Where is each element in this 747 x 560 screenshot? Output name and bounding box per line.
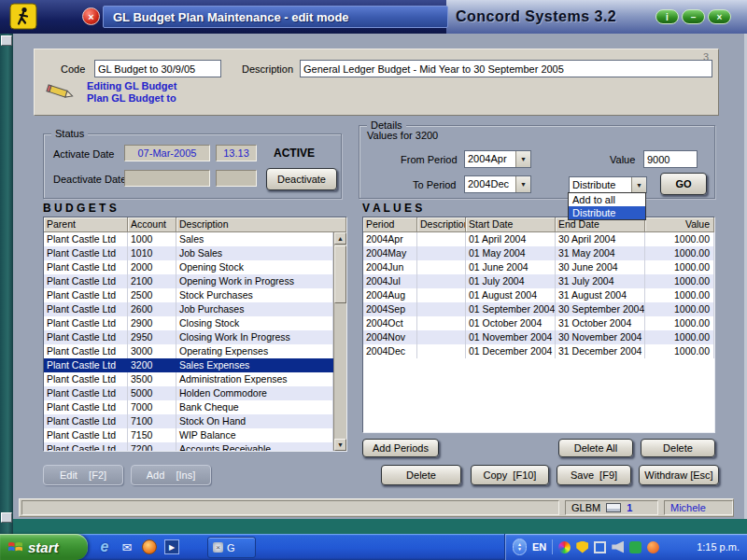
budget-row[interactable]: Plant Castle Ltd7150WIP Balance [44, 428, 333, 442]
quicklaunch-ie-icon[interactable]: e [95, 538, 114, 556]
start-button[interactable]: start [0, 534, 88, 560]
budget-row[interactable]: Plant Castle Ltd7100Stock On Hand [44, 414, 333, 428]
edit-pencil-icon [46, 79, 79, 109]
cell: 01 December 2004 [466, 344, 556, 358]
add-button[interactable]: Add [Ins] [131, 465, 211, 485]
delete-button[interactable]: Delete [381, 465, 461, 485]
budgets-scrollbar[interactable]: ▲ ▼ [333, 232, 346, 451]
budget-row[interactable]: Plant Castle Ltd7000Bank Cheque [44, 400, 333, 414]
cell [417, 232, 466, 246]
strip-button-bottom[interactable] [1, 512, 12, 523]
column-header[interactable]: Start Date [466, 217, 556, 232]
cell: 2100 [128, 274, 176, 288]
column-header[interactable]: Parent [44, 217, 128, 232]
values-header-row: PeriodDescriptionStart DateEnd DateValue [363, 217, 714, 232]
delete-periods-button[interactable]: Delete [641, 439, 715, 457]
values-row[interactable]: 2004Dec01 December 200431 December 20041… [363, 344, 714, 358]
close-form-button[interactable]: × [82, 7, 100, 25]
column-header[interactable]: Description [417, 217, 466, 232]
language-indicator[interactable]: EN [532, 541, 546, 553]
budget-row[interactable]: Plant Castle Ltd7200Accounts Receivable [44, 442, 333, 451]
dropdown-option-add-to-all[interactable]: Add to all [569, 193, 645, 206]
code-input[interactable] [94, 60, 221, 77]
values-row[interactable]: 2004Aug01 August 200431 August 20041000.… [363, 288, 714, 302]
strip-button-top[interactable] [1, 35, 12, 46]
values-row[interactable]: 2004Nov01 November 200430 November 20041… [363, 330, 714, 344]
dropdown-arrow-icon[interactable]: ▼ [631, 177, 646, 192]
column-header[interactable]: Value [645, 217, 714, 232]
cell: 01 September 2004 [466, 302, 556, 316]
cell: Plant Castle Ltd [44, 372, 128, 386]
dropdown-arrow-icon[interactable]: ▼ [515, 176, 530, 192]
budget-row[interactable]: Plant Castle Ltd3200Sales Expenses [44, 358, 333, 372]
budget-row[interactable]: Plant Castle Ltd2950Closing Work In Prog… [44, 330, 333, 344]
budget-row[interactable]: Plant Castle Ltd3000Operating Expenses [44, 344, 333, 358]
minimize-button[interactable]: – [682, 9, 705, 24]
to-period-select[interactable]: 2004Dec ▼ [464, 175, 531, 193]
delete-all-button[interactable]: Delete All [558, 439, 633, 457]
quicklaunch-player-icon[interactable]: ▶ [162, 538, 181, 556]
tray-swirl-icon[interactable] [558, 541, 571, 553]
value-input[interactable] [643, 150, 698, 168]
tray-network-icon[interactable] [629, 541, 641, 553]
tray-chevron-button[interactable]: ▲▼ [513, 539, 527, 555]
description-input[interactable] [300, 60, 712, 77]
distribute-action-select[interactable]: Distribute ▼ [569, 176, 647, 193]
distribute-dropdown-list: Add to all Distribute [568, 192, 646, 220]
cell: Plant Castle Ltd [44, 330, 128, 344]
values-row[interactable]: 2004Sep01 September 200430 September 200… [363, 302, 714, 316]
save-button[interactable]: Save [F9] [557, 465, 631, 485]
budget-row[interactable]: Plant Castle Ltd2100Opening Work in Prog… [44, 274, 333, 288]
column-header[interactable]: Period [363, 217, 417, 232]
scroll-up-button[interactable]: ▲ [334, 232, 346, 245]
values-row[interactable]: 2004Jun01 June 200430 June 20041000.00 [363, 260, 714, 274]
quicklaunch-mail-icon[interactable]: ✉ [118, 538, 136, 556]
budget-row[interactable]: Plant Castle Ltd1000Sales [44, 232, 333, 246]
taskbar-window-button[interactable]: × G [207, 537, 256, 558]
column-header[interactable]: Account [128, 217, 176, 232]
budget-row[interactable]: Plant Castle Ltd3500Administration Expen… [44, 372, 333, 386]
go-button[interactable]: GO [660, 173, 707, 195]
cell: 2500 [128, 288, 176, 302]
cell: 1000.00 [645, 316, 714, 330]
column-header[interactable]: Description [176, 217, 346, 232]
value-label: Value [610, 154, 635, 165]
budget-row[interactable]: Plant Castle Ltd1010Job Sales [44, 246, 333, 260]
deactivate-button[interactable]: Deactivate [266, 168, 337, 190]
info-button[interactable]: i [655, 9, 679, 24]
add-periods-button[interactable]: Add Periods [362, 439, 439, 457]
cell: 2004Apr [363, 232, 417, 246]
values-row[interactable]: 2004Oct01 October 200431 October 2004100… [363, 316, 714, 330]
tray-messenger-icon[interactable] [647, 541, 659, 553]
titlebar: Concord Systems 3.2 × GL Budget Plan Mai… [0, 0, 747, 34]
cell: Stock On Hand [176, 414, 333, 428]
close-app-button[interactable]: × [708, 9, 731, 24]
budget-row[interactable]: Plant Castle Ltd5000Holden Commodore [44, 386, 333, 400]
quicklaunch-media-icon[interactable] [140, 538, 159, 556]
cell [417, 246, 466, 260]
scroll-down-button[interactable]: ▼ [334, 439, 346, 451]
dropdown-arrow-icon[interactable]: ▼ [515, 151, 530, 167]
cell: 30 September 2004 [556, 302, 645, 316]
tray-display-icon[interactable] [594, 541, 606, 553]
values-row[interactable]: 2004May01 May 200431 May 20041000.00 [363, 246, 714, 260]
scroll-thumb[interactable] [334, 245, 346, 303]
values-row[interactable]: 2004Jul01 July 200431 July 20041000.00 [363, 274, 714, 288]
cell: 2004Oct [363, 316, 417, 330]
from-period-select[interactable]: 2004Apr ▼ [464, 150, 531, 168]
budget-row[interactable]: Plant Castle Ltd2900Closing Stock [44, 316, 333, 330]
edit-button[interactable]: Edit [F2] [43, 465, 123, 485]
tray-security-shield-icon[interactable] [576, 541, 588, 553]
withdraw-button[interactable]: Withdraw [Esc] [639, 465, 719, 485]
tray-volume-icon[interactable] [612, 541, 624, 553]
app-brand: Concord Systems 3.2 [456, 8, 616, 25]
copy-button[interactable]: Copy [F10] [471, 465, 549, 485]
dropdown-option-distribute[interactable]: Distribute [569, 206, 645, 219]
budget-row[interactable]: Plant Castle Ltd2500Stock Purchases [44, 288, 333, 302]
budget-row[interactable]: Plant Castle Ltd2000Opening Stock [44, 260, 333, 274]
cell: 1000.00 [645, 288, 714, 302]
values-row[interactable]: 2004Apr01 April 200430 April 20041000.00 [363, 232, 714, 246]
cell: 30 November 2004 [556, 330, 645, 344]
budget-row[interactable]: Plant Castle Ltd2600Job Purchases [44, 302, 333, 316]
cell: 3500 [128, 372, 176, 386]
